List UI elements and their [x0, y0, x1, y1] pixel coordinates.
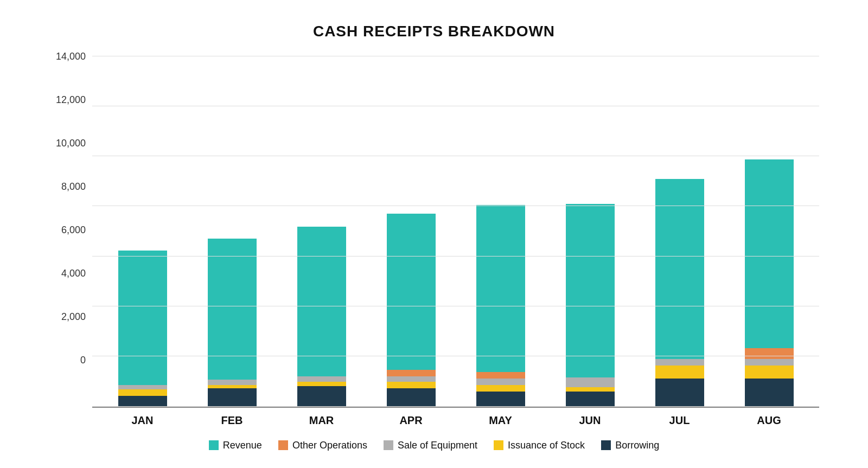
bar-segment-issuanceStock-may [476, 385, 525, 392]
bar-segment-issuanceStock-aug [745, 366, 794, 379]
bar-segment-issuanceStock-jul [655, 366, 704, 379]
bar-segment-revenue-jun [566, 204, 615, 377]
bar-segment-saleEquip-jan [118, 385, 167, 389]
legend-item-saleEquip: Sale of Equipment [384, 440, 477, 451]
x-label-feb: FEB [187, 408, 277, 427]
bar-group-mar [277, 227, 366, 407]
legend-swatch-issuanceStock [494, 440, 503, 450]
legend-item-revenue: Revenue [209, 440, 262, 451]
bar-segment-revenue-apr [387, 214, 436, 370]
y-label-0: 0 [80, 355, 86, 365]
bar-segment-saleEquip-feb [208, 380, 257, 385]
bar-segment-saleEquip-jun [566, 377, 615, 387]
bar-group-aug [724, 159, 814, 407]
y-label-4000: 4,000 [61, 268, 86, 278]
bars-and-x: JANFEBMARAPRMAYJUNJULAUG [92, 56, 819, 427]
y-label-14000: 14,000 [56, 52, 86, 61]
x-label-jun: JUN [545, 408, 635, 427]
bar-segment-issuanceStock-jun [566, 387, 615, 392]
bars-wrapper [92, 56, 819, 408]
legend: RevenueOther OperationsSale of Equipment… [209, 440, 659, 451]
y-label-2000: 2,000 [61, 312, 86, 322]
bar-segment-saleEquip-aug [745, 359, 794, 366]
bar-segment-borrowing-feb [208, 388, 257, 407]
bar-segment-saleEquip-apr [387, 376, 436, 382]
bar-segment-saleEquip-mar [297, 376, 346, 382]
bar-segment-issuanceStock-apr [387, 382, 436, 388]
legend-label-otherOps: Other Operations [292, 440, 367, 451]
bar-group-jul [635, 179, 724, 407]
bar-group-feb [187, 239, 277, 407]
bar-segment-otherOps-aug [745, 348, 794, 359]
chart-container: CASH RECEIPTS BREAKDOWN 02,0004,0006,000… [27, 12, 841, 457]
bar-segment-borrowing-aug [745, 379, 794, 407]
bar-segment-saleEquip-may [476, 379, 525, 385]
legend-swatch-borrowing [601, 440, 611, 450]
x-label-jul: JUL [635, 408, 724, 427]
bar-segment-borrowing-jan [118, 396, 167, 407]
x-label-aug: AUG [724, 408, 814, 427]
x-label-mar: MAR [277, 408, 366, 427]
legend-swatch-otherOps [278, 440, 288, 450]
bar-group-apr [366, 214, 456, 407]
bar-segment-borrowing-jun [566, 392, 615, 407]
legend-item-otherOps: Other Operations [278, 440, 367, 451]
bar-segment-revenue-mar [297, 227, 346, 376]
bar-segment-revenue-feb [208, 239, 257, 380]
bar-group-jan [98, 251, 187, 407]
legend-label-borrowing: Borrowing [615, 440, 659, 451]
bar-segment-saleEquip-jul [655, 359, 704, 366]
bar-group-jun [545, 204, 635, 407]
chart-area: 02,0004,0006,0008,00010,00012,00014,000 … [49, 56, 819, 427]
legend-swatch-saleEquip [384, 440, 393, 450]
bar-segment-issuanceStock-mar [297, 382, 346, 386]
legend-label-saleEquip: Sale of Equipment [398, 440, 477, 451]
x-axis: JANFEBMARAPRMAYJUNJULAUG [92, 408, 819, 427]
legend-item-issuanceStock: Issuance of Stock [494, 440, 585, 451]
bar-segment-otherOps-apr [387, 370, 436, 376]
x-label-jan: JAN [98, 408, 187, 427]
bar-segment-revenue-may [476, 205, 525, 372]
bar-segment-borrowing-apr [387, 388, 436, 407]
bar-segment-otherOps-may [476, 372, 525, 379]
x-label-may: MAY [456, 408, 545, 427]
bar-segment-borrowing-mar [297, 386, 346, 407]
y-axis: 02,0004,0006,0008,00010,00012,00014,000 [49, 56, 92, 360]
legend-label-revenue: Revenue [223, 440, 262, 451]
y-label-10000: 10,000 [56, 138, 86, 148]
bar-segment-issuanceStock-jan [118, 389, 167, 396]
legend-label-issuanceStock: Issuance of Stock [508, 440, 585, 451]
y-label-12000: 12,000 [56, 95, 86, 105]
legend-item-borrowing: Borrowing [601, 440, 659, 451]
legend-swatch-revenue [209, 440, 219, 450]
bar-segment-borrowing-jul [655, 379, 704, 407]
bar-segment-revenue-aug [745, 159, 794, 348]
y-label-6000: 6,000 [61, 225, 86, 235]
bar-segment-borrowing-may [476, 392, 525, 407]
chart-title: CASH RECEIPTS BREAKDOWN [313, 23, 555, 40]
y-label-8000: 8,000 [61, 182, 86, 191]
x-label-apr: APR [366, 408, 456, 427]
bar-segment-revenue-jan [118, 251, 167, 385]
